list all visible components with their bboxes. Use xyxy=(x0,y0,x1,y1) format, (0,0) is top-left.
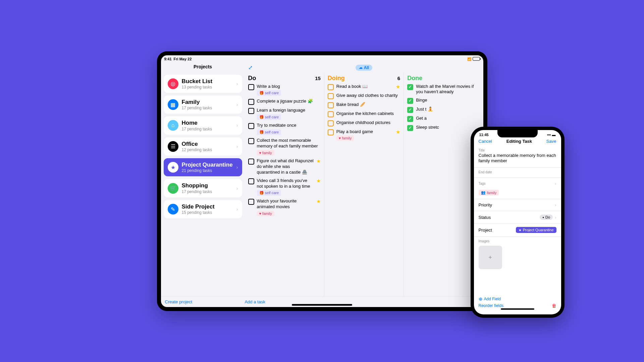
project-icon: ⌂ xyxy=(168,120,178,131)
task-checkbox[interactable] xyxy=(407,98,413,104)
delete-icon[interactable]: 🗑 xyxy=(552,303,556,308)
priority-row[interactable]: Priority › xyxy=(474,199,561,211)
task-item[interactable]: Video call 3 friends you've not spoken t… xyxy=(248,178,321,196)
task-title: Write a blog xyxy=(257,84,321,89)
task-checkbox[interactable] xyxy=(407,125,413,131)
save-button[interactable]: Save xyxy=(546,139,556,144)
chevron-right-icon: › xyxy=(555,215,556,220)
end-date-field[interactable]: End date xyxy=(474,168,561,178)
task-item[interactable]: Collect the most memorable memory of eac… xyxy=(248,138,321,156)
task-checkbox[interactable] xyxy=(248,108,254,114)
task-checkbox[interactable] xyxy=(328,129,334,135)
task-title: Organise the kitchen cabinets xyxy=(336,111,400,117)
collapse-sidebar-icon[interactable]: ⤢ xyxy=(248,64,253,71)
task-item[interactable]: Watch your favourite animated movies ♥ f… xyxy=(248,198,321,216)
task-title: Sleep stretc xyxy=(416,125,480,130)
star-icon[interactable]: ★ xyxy=(316,178,321,184)
task-item[interactable]: Write a blog 🎁 self care xyxy=(248,84,321,96)
task-item[interactable]: Sleep stretc xyxy=(407,125,480,131)
ipad-screen: 9:41 Fri May 22 Projects ⤢ All ◎ Bucket … xyxy=(161,55,483,307)
tags-row[interactable]: Tags › xyxy=(474,178,561,187)
status-bar: 9:41 Fri May 22 xyxy=(161,55,483,63)
project-name: Shopping xyxy=(182,182,233,189)
battery-icon xyxy=(473,57,480,61)
family-tag[interactable]: 👥 family xyxy=(479,190,499,195)
task-checkbox[interactable] xyxy=(248,199,254,205)
task-item[interactable]: Play a board game ♥ family ★ xyxy=(328,129,400,141)
project-icon: ◎ xyxy=(168,78,178,89)
task-item[interactable]: Get a xyxy=(407,116,480,122)
task-checkbox[interactable] xyxy=(248,159,254,165)
chevron-right-icon: › xyxy=(236,123,238,128)
project-row[interactable]: Project Project Quarantine xyxy=(474,224,561,237)
task-item[interactable]: Learn a foreign language 🎁 self care xyxy=(248,108,321,120)
add-task-button[interactable]: Add a task xyxy=(245,299,265,304)
task-item[interactable]: Read a book 📖 ★ xyxy=(328,84,400,90)
task-item[interactable]: Binge xyxy=(407,98,480,104)
sidebar-title: Projects xyxy=(161,63,245,73)
star-icon[interactable]: ★ xyxy=(396,129,400,135)
task-title: Watch all the Marvel movies if you haven… xyxy=(416,84,480,95)
task-item[interactable]: Watch all the Marvel movies if you haven… xyxy=(407,84,480,95)
task-checkbox[interactable] xyxy=(407,116,413,122)
task-checkbox[interactable] xyxy=(248,84,254,90)
sidebar-project-item[interactable]: ▦ Family 17 pending tasks › xyxy=(164,96,242,114)
star-icon[interactable]: ★ xyxy=(316,198,321,204)
header-row: Projects ⤢ All xyxy=(161,63,483,73)
project-icon: ✎ xyxy=(168,204,178,215)
task-checkbox[interactable] xyxy=(328,120,334,126)
task-checkbox[interactable] xyxy=(328,84,334,90)
project-subtitle: 17 pending tasks xyxy=(182,189,233,194)
task-checkbox[interactable] xyxy=(248,178,254,184)
project-icon: ☰ xyxy=(168,141,178,152)
add-image-button[interactable]: + xyxy=(479,246,502,269)
title-input[interactable]: Collect a memorable memory from each fam… xyxy=(474,153,561,168)
task-checkbox[interactable] xyxy=(248,123,254,129)
add-field-button[interactable]: Add Field xyxy=(479,296,556,302)
star-icon[interactable]: ★ xyxy=(396,84,400,90)
task-checkbox[interactable] xyxy=(407,84,413,90)
task-item[interactable]: Give away old clothes to charity xyxy=(328,93,400,99)
project-icon: ★ xyxy=(168,162,178,173)
project-subtitle: 15 pending tasks xyxy=(182,210,233,215)
task-checkbox[interactable] xyxy=(328,111,334,117)
task-checkbox[interactable] xyxy=(328,102,334,108)
create-project-button[interactable]: Create project xyxy=(165,299,193,304)
sidebar-project-item[interactable]: ◎ Bucket List 13 pending tasks › xyxy=(164,75,242,93)
selfcare-tag: 🎁 self care xyxy=(257,190,281,196)
star-icon[interactable]: ★ xyxy=(316,158,321,164)
status-time: 9:41 xyxy=(164,57,172,61)
iphone-time: 11:45 xyxy=(479,133,489,137)
project-subtitle: 17 pending tasks xyxy=(182,106,233,110)
iphone-home-indicator[interactable] xyxy=(501,308,534,310)
sidebar-project-item[interactable]: ☰ Office 12 pending tasks › xyxy=(164,137,242,156)
task-title: Bake bread 🥖 xyxy=(336,102,400,108)
sidebar-project-item[interactable]: ⌂ Home 17 pending tasks › xyxy=(164,116,242,134)
task-item[interactable]: Bake bread 🥖 xyxy=(328,102,400,108)
task-checkbox[interactable] xyxy=(407,107,413,113)
task-title: Play a board game xyxy=(336,129,393,135)
sidebar-project-item[interactable]: ★ Project Quarantine 21 pending tasks › xyxy=(164,158,242,176)
cancel-button[interactable]: Cancel xyxy=(479,139,492,144)
task-checkbox[interactable] xyxy=(328,93,334,99)
task-item[interactable]: Organise the kitchen cabinets xyxy=(328,111,400,117)
filter-all-button[interactable]: All xyxy=(356,65,372,71)
status-row[interactable]: Status Do › xyxy=(474,211,561,224)
chevron-right-icon: › xyxy=(236,186,238,191)
task-item[interactable]: Try to meditate once 🎁 self care xyxy=(248,123,321,135)
home-indicator[interactable] xyxy=(292,304,352,306)
reorder-fields-button[interactable]: Reorder fields xyxy=(479,303,504,308)
task-item[interactable]: Figure out what did Rapunzel do while sh… xyxy=(248,158,321,175)
task-checkbox[interactable] xyxy=(248,99,254,105)
task-item[interactable]: Organise childhood pictures xyxy=(328,120,400,126)
task-checkbox[interactable] xyxy=(248,138,254,144)
sidebar-project-item[interactable]: ✎ Side Project 15 pending tasks › xyxy=(164,200,242,218)
task-title: Give away old clothes to charity xyxy=(336,93,400,99)
sidebar-project-item[interactable]: 🛒 Shopping 17 pending tasks › xyxy=(164,179,242,197)
column-count: 15 xyxy=(315,75,321,81)
project-subtitle: 13 pending tasks xyxy=(182,85,233,89)
task-item[interactable]: Complete a jigsaw puzzle 🧩 xyxy=(248,99,321,105)
task-item[interactable]: Just t 🧘 xyxy=(407,107,480,113)
iphone-device: 11:45 ••• ▬ Cancel Editing Task Save Tit… xyxy=(471,127,565,318)
project-subtitle: 21 pending tasks xyxy=(182,168,233,173)
